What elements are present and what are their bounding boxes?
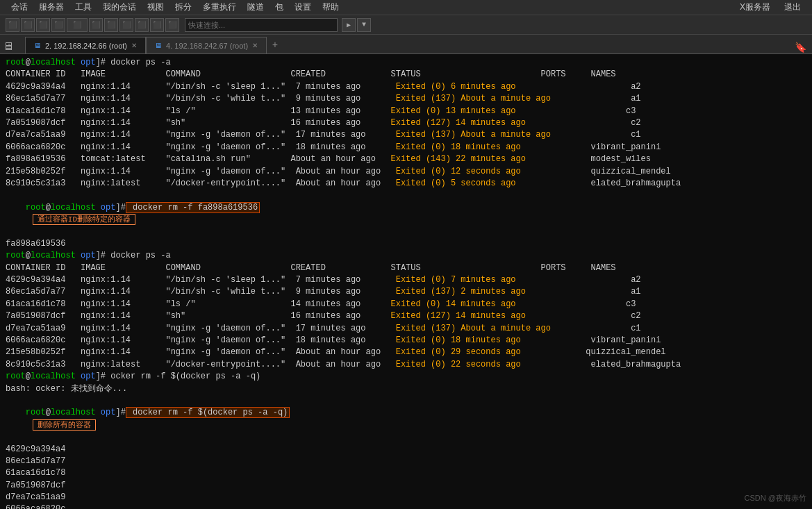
menu-package[interactable]: 包 <box>270 0 289 15</box>
menu-tools[interactable]: 工具 <box>69 0 97 15</box>
terminal-line: root@localhost opt]# docker rm -f $(dock… <box>6 395 806 444</box>
terminal-line: 4629c9a394a4 nginx:1.14 "/bin/sh -c 'sle… <box>6 274 806 286</box>
tab-bar: 🖥 🖥 2. 192.168.242.66 (root) ✕ 🖥 4. 192.… <box>0 35 812 54</box>
session-icon[interactable]: 🖥 <box>3 40 14 53</box>
terminal-line: root@localhost opt]# docker ps -a <box>6 250 806 262</box>
terminal-line: d7ea7ca51aa9 nginx:1.14 "nginx -g 'daemo… <box>6 323 806 335</box>
tab-label-1: 2. 192.168.242.66 (root) <box>45 42 127 50</box>
terminal-line: CONTAINER ID IMAGE COMMAND CREATED STATU… <box>6 262 806 274</box>
terminal-line: 7a0519087dcf <box>6 480 806 492</box>
terminal[interactable]: root@localhost opt]# docker ps -a CONTAI… <box>0 54 812 509</box>
toolbar-icon-4[interactable]: ⬛ <box>51 18 65 32</box>
menu-session[interactable]: 会话 <box>6 0 33 15</box>
toolbar-icon-3[interactable]: ⬛ <box>36 18 50 32</box>
monitor-icon-1: 🖥 <box>34 42 41 49</box>
tab-session2[interactable]: 🖥 4. 192.168.242.67 (root) ✕ <box>146 37 267 53</box>
terminal-line: root@localhost opt]# docker rm -f fa898a… <box>6 190 806 238</box>
terminal-line: 61aca16d1c78 nginx:1.14 "ls /" 14 minute… <box>6 299 806 310</box>
toolbar-icon-8[interactable]: ⬛ <box>119 18 133 32</box>
terminal-line: root@localhost opt]# ocker rm -f $(docke… <box>6 371 806 383</box>
quick-connect-bar: ⬛ ⬛ ⬛ ⬛ ⬛ ⬛ ⬛ ⬛ ⬛ ⬛ ⬛ ▶ ▼ <box>0 15 812 35</box>
toolbar-icon-1[interactable]: ⬛ <box>6 18 19 32</box>
tab-session1[interactable]: 🖥 2. 192.168.242.66 (root) ✕ <box>25 37 146 53</box>
menu-split[interactable]: 拆分 <box>169 0 197 15</box>
menu-view[interactable]: 视图 <box>142 0 169 15</box>
terminal-line: 6066aca6820c <box>6 503 806 509</box>
terminal-line: fa898a619536 <box>6 238 806 250</box>
terminal-line: 4629c9a394a4 nginx:1.14 "/bin/sh -c 'sle… <box>6 81 806 93</box>
quick-connect-input[interactable] <box>185 18 338 32</box>
tab-label-2: 4. 192.168.242.67 (root) <box>166 42 248 50</box>
toolbar-icon-10[interactable]: ⬛ <box>150 18 164 32</box>
terminal-line: 61aca16d1c78 <box>6 467 806 479</box>
toolbar-icon-11[interactable]: ⬛ <box>165 18 179 32</box>
tab-close-2[interactable]: ✕ <box>252 42 258 49</box>
terminal-line: 86ec1a5d7a77 <box>6 456 806 467</box>
terminal-line: d7ea7ca51aa9 <box>6 492 806 503</box>
terminal-line: 86ec1a5d7a77 nginx:1.14 "/bin/sh -c 'whi… <box>6 286 806 298</box>
menu-tunnel[interactable]: 隧道 <box>242 0 270 15</box>
toolbar-icon-5[interactable]: ⬛ <box>67 18 88 32</box>
terminal-line: 215e58b0252f nginx:1.14 "nginx -g 'daemo… <box>6 347 806 358</box>
watermark: CSDN @夜海赤竹 <box>745 493 806 503</box>
terminal-line: 8c910c5c31a3 nginx:latest "/docker-entry… <box>6 178 806 190</box>
terminal-line: d7ea7ca51aa9 nginx:1.14 "nginx -g 'daemo… <box>6 129 806 141</box>
terminal-line: 7a0519087dcf nginx:1.14 "sh" 16 minutes … <box>6 310 806 322</box>
monitor-icon-2: 🖥 <box>155 42 162 49</box>
menu-right-actions: X服务器 退出 <box>734 1 806 13</box>
connect-icon[interactable]: ▶ <box>342 18 356 32</box>
terminal-line: fa898a619536 tomcat:latest "catalina.sh … <box>6 153 806 165</box>
toolbar-icon-2[interactable]: ⬛ <box>21 18 35 32</box>
terminal-line: 6066aca6820c nginx:1.14 "nginx -g 'daemo… <box>6 335 806 347</box>
terminal-line: CONTAINER ID IMAGE COMMAND CREATED STATU… <box>6 69 806 81</box>
toolbar-icon-7[interactable]: ⬛ <box>104 18 118 32</box>
terminal-line: 215e58b0252f nginx:1.14 "nginx -g 'daemo… <box>6 166 806 178</box>
menu-settings[interactable]: 设置 <box>289 0 317 15</box>
menu-xserver[interactable]: X服务器 <box>734 1 776 13</box>
terminal-line: bash: ocker: 未找到命令... <box>6 383 806 395</box>
menu-multiexec[interactable]: 多重执行 <box>197 0 242 15</box>
tab-close-1[interactable]: ✕ <box>131 42 137 49</box>
menu-bar: 会话 服务器 工具 我的会话 视图 拆分 多重执行 隧道 包 设置 帮助 X服务… <box>0 0 812 15</box>
terminal-line: 6066aca6820c nginx:1.14 "nginx -g 'daemo… <box>6 142 806 153</box>
menu-exit[interactable]: 退出 <box>779 1 806 13</box>
terminal-line: 61aca16d1c78 nginx:1.14 "ls /" 13 minute… <box>6 106 806 117</box>
terminal-line: root@localhost opt]# docker ps -a <box>6 57 806 69</box>
toolbar-icon-6[interactable]: ⬛ <box>89 18 103 32</box>
menu-server[interactable]: 服务器 <box>33 0 69 15</box>
menu-help[interactable]: 帮助 <box>317 0 345 15</box>
terminal-line: 86ec1a5d7a77 nginx:1.14 "/bin/sh -c 'whi… <box>6 93 806 105</box>
tab-add-button[interactable]: + <box>267 37 283 53</box>
terminal-line: 7a0519087dcf nginx:1.14 "sh" 16 minutes … <box>6 117 806 129</box>
toolbar-icon-9[interactable]: ⬛ <box>135 18 149 32</box>
bookmark-icon[interactable]: 🔖 <box>795 42 806 53</box>
terminal-line: 4629c9a394a4 <box>6 444 806 456</box>
terminal-line: 8c910c5c31a3 nginx:latest "/docker-entry… <box>6 359 806 371</box>
menu-mysessions[interactable]: 我的会话 <box>97 0 142 15</box>
down-arrow-icon[interactable]: ▼ <box>357 18 371 32</box>
